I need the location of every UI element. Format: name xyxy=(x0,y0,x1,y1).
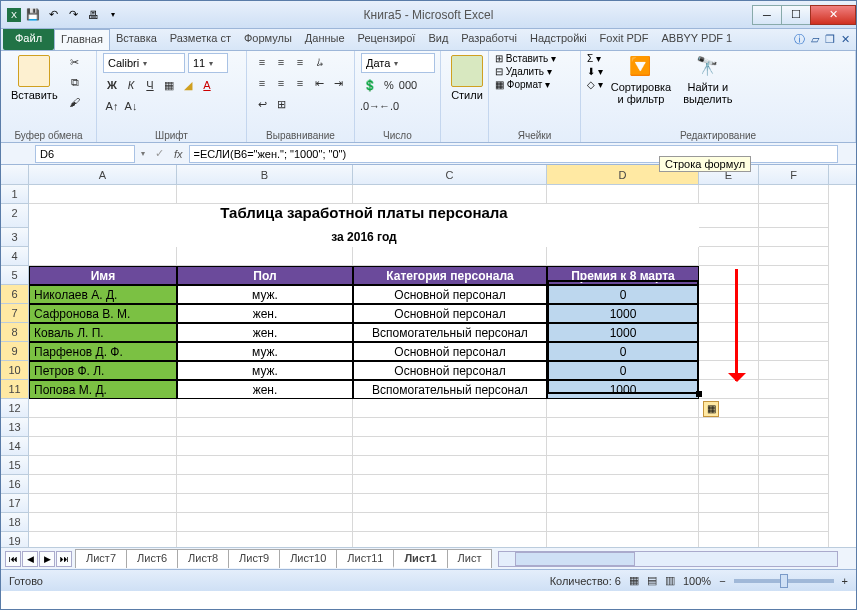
font-color-button[interactable]: A xyxy=(198,76,216,94)
cell[interactable] xyxy=(759,399,829,418)
cell[interactable] xyxy=(29,532,177,547)
sheet-nav-last[interactable]: ⏭ xyxy=(56,551,72,567)
insert-cells-button[interactable]: ⊞ Вставить ▾ xyxy=(495,53,556,64)
sheet-tab[interactable]: Лист6 xyxy=(126,549,178,568)
worksheet-grid[interactable]: A B C D E F 12Таблица заработной платы п… xyxy=(1,165,856,547)
redo-icon[interactable]: ↷ xyxy=(65,7,81,23)
cell[interactable] xyxy=(699,185,759,204)
cell[interactable] xyxy=(177,247,353,266)
row-header[interactable]: 7 xyxy=(1,304,29,323)
cell[interactable]: Сафронова В. М. xyxy=(29,304,177,323)
cell[interactable] xyxy=(177,418,353,437)
cell[interactable] xyxy=(699,323,759,342)
cell[interactable] xyxy=(29,494,177,513)
zoom-slider[interactable] xyxy=(734,579,834,583)
cell[interactable]: Петров Ф. Л. xyxy=(29,361,177,380)
orientation-icon[interactable]: ⭞ xyxy=(310,53,328,71)
format-cells-button[interactable]: ▦ Формат ▾ xyxy=(495,79,550,90)
align-middle-icon[interactable]: ≡ xyxy=(272,53,290,71)
cell[interactable] xyxy=(699,532,759,547)
tab-abbyy[interactable]: ABBYY PDF 1 xyxy=(656,29,740,50)
italic-button[interactable]: К xyxy=(122,76,140,94)
cell[interactable] xyxy=(547,475,699,494)
tab-foxit[interactable]: Foxit PDF xyxy=(594,29,656,50)
cell[interactable] xyxy=(353,513,547,532)
maximize-button[interactable]: ☐ xyxy=(781,5,811,25)
help-icon[interactable]: ⓘ xyxy=(794,32,805,47)
cell[interactable] xyxy=(547,418,699,437)
cell[interactable] xyxy=(699,247,759,266)
bold-button[interactable]: Ж xyxy=(103,76,121,94)
cell[interactable]: Основной персонал xyxy=(353,285,547,304)
cell[interactable]: Основной персонал xyxy=(353,304,547,323)
comma-icon[interactable]: 000 xyxy=(399,76,417,94)
cell[interactable] xyxy=(29,399,177,418)
align-left-icon[interactable]: ≡ xyxy=(253,74,271,92)
sort-filter-button[interactable]: 🔽 Сортировка и фильтр xyxy=(607,53,675,107)
decrease-decimal-icon[interactable]: ←.0 xyxy=(380,97,398,115)
cell[interactable] xyxy=(29,185,177,204)
tab-insert[interactable]: Вставка xyxy=(110,29,164,50)
cell[interactable] xyxy=(759,285,829,304)
align-right-icon[interactable]: ≡ xyxy=(291,74,309,92)
row-header[interactable]: 8 xyxy=(1,323,29,342)
styles-button[interactable]: Стили xyxy=(447,53,487,103)
sheet-tab[interactable]: Лист11 xyxy=(336,549,394,568)
cell[interactable]: 1000 xyxy=(547,323,699,342)
sheet-tab[interactable]: Лист1 xyxy=(393,549,447,568)
name-box[interactable]: D6 xyxy=(35,145,135,163)
cell[interactable]: Имя xyxy=(29,266,177,285)
table-title[interactable]: Таблица заработной платы персонала xyxy=(29,204,699,228)
sheet-tab[interactable]: Лист7 xyxy=(75,549,127,568)
zoom-in-button[interactable]: + xyxy=(842,575,848,587)
cell[interactable] xyxy=(699,513,759,532)
cell[interactable]: Вспомогательный персонал xyxy=(353,323,547,342)
cell[interactable] xyxy=(353,437,547,456)
cell[interactable] xyxy=(699,266,759,285)
sheet-tab[interactable]: Лист10 xyxy=(279,549,337,568)
tab-addins[interactable]: Надстройкі xyxy=(524,29,594,50)
merge-icon[interactable]: ⊞ xyxy=(272,95,290,113)
cell[interactable] xyxy=(699,342,759,361)
align-center-icon[interactable]: ≡ xyxy=(272,74,290,92)
cell[interactable] xyxy=(353,532,547,547)
close-button[interactable]: ✕ xyxy=(810,5,856,25)
find-select-button[interactable]: 🔭 Найти и выделить xyxy=(679,53,736,107)
cell[interactable]: жен. xyxy=(177,304,353,323)
row-header[interactable]: 11 xyxy=(1,380,29,399)
cell[interactable] xyxy=(759,380,829,399)
cell[interactable] xyxy=(353,247,547,266)
row-header[interactable]: 19 xyxy=(1,532,29,547)
cell[interactable] xyxy=(353,475,547,494)
close-workbook-icon[interactable]: ✕ xyxy=(841,33,850,46)
table-subtitle[interactable]: за 2016 год xyxy=(29,228,699,247)
cell[interactable] xyxy=(759,304,829,323)
cell[interactable] xyxy=(759,418,829,437)
restore-window-icon[interactable]: ❐ xyxy=(825,33,835,46)
cell[interactable] xyxy=(699,437,759,456)
font-family-combo[interactable]: Calibri▾ xyxy=(103,53,185,73)
cell[interactable] xyxy=(177,456,353,475)
undo-icon[interactable]: ↶ xyxy=(45,7,61,23)
view-pagebreak-icon[interactable]: ▥ xyxy=(665,574,675,587)
cell[interactable] xyxy=(759,513,829,532)
clear-button[interactable]: ◇ ▾ xyxy=(587,79,603,90)
cell[interactable] xyxy=(759,185,829,204)
cell[interactable] xyxy=(759,323,829,342)
view-normal-icon[interactable]: ▦ xyxy=(629,574,639,587)
sheet-nav-first[interactable]: ⏮ xyxy=(5,551,21,567)
tab-pagelayout[interactable]: Разметка ст xyxy=(164,29,238,50)
underline-button[interactable]: Ч xyxy=(141,76,159,94)
cell[interactable] xyxy=(699,418,759,437)
cell[interactable] xyxy=(759,437,829,456)
indent-inc-icon[interactable]: ⇥ xyxy=(329,74,347,92)
cell[interactable] xyxy=(759,494,829,513)
autofill-options-button[interactable]: ▦ xyxy=(703,401,719,417)
select-all-corner[interactable] xyxy=(1,165,29,184)
row-header[interactable]: 9 xyxy=(1,342,29,361)
cell[interactable] xyxy=(177,475,353,494)
cell[interactable]: Парфенов Д. Ф. xyxy=(29,342,177,361)
cell[interactable]: Коваль Л. П. xyxy=(29,323,177,342)
cell[interactable] xyxy=(547,399,699,418)
row-header[interactable]: 6 xyxy=(1,285,29,304)
